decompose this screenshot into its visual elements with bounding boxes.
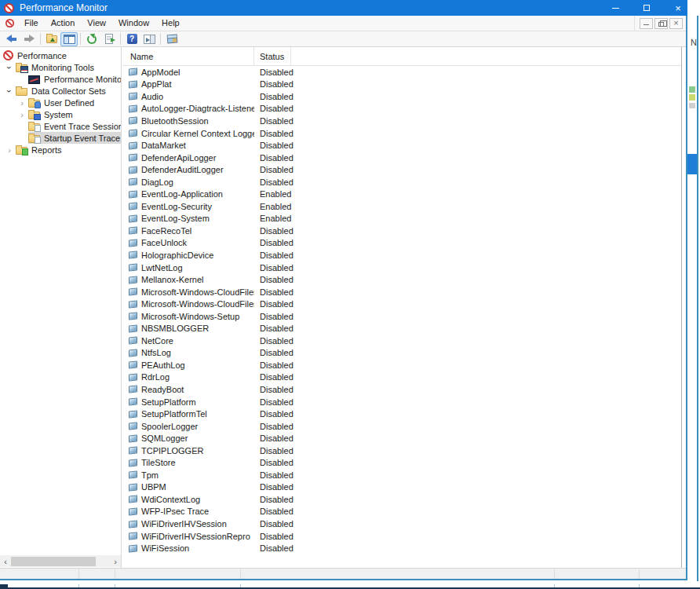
list-row-peauthlog[interactable]: PEAuthLogDisabled <box>122 359 681 371</box>
tree-item-user-defined[interactable]: ›User Defined <box>0 97 121 108</box>
list-row-microsoft-windows-setup[interactable]: Microsoft-Windows-SetupDisabled <box>122 310 681 323</box>
tree-horizontal-scrollbar[interactable]: ‹ › <box>0 555 121 567</box>
list-row-eventlog-application[interactable]: EventLog-ApplicationEnabled <box>122 188 681 200</box>
menu-item-window[interactable]: Window <box>112 16 155 31</box>
list-row-bluetoothsession[interactable]: BluetoothSessionDisabled <box>122 115 681 127</box>
chevron-collapsed-icon[interactable]: › <box>16 109 28 120</box>
list-row-setupplatformtel[interactable]: SetupPlatformTelDisabled <box>122 408 681 420</box>
export-list-button[interactable] <box>100 32 118 46</box>
list-row-readyboot[interactable]: ReadyBootDisabled <box>122 383 681 396</box>
menu-item-file[interactable]: File <box>18 16 45 31</box>
list-row-nbsmblogger[interactable]: NBSMBLOGGERDisabled <box>122 322 681 335</box>
row-name: FaceUnlock <box>141 238 187 247</box>
row-status: Disabled <box>254 434 293 443</box>
list-row-appplat[interactable]: AppPlatDisabled <box>122 79 681 91</box>
list-row-appmodel[interactable]: AppModelDisabled <box>122 66 681 79</box>
status-divider <box>639 569 640 579</box>
window-title: Performance Monitor <box>20 2 600 13</box>
scroll-left-button[interactable]: ‹ <box>0 555 11 567</box>
column-header-status[interactable]: Status <box>254 47 291 65</box>
list-row-mellanox-kernel[interactable]: Mellanox-KernelDisabled <box>122 273 681 286</box>
tree-item-reports[interactable]: ›Reports <box>0 144 121 155</box>
back-button[interactable] <box>3 32 20 46</box>
trace-session-icon <box>129 349 137 357</box>
list-row-eventlog-security[interactable]: EventLog-SecurityEnabled <box>122 200 681 213</box>
list-row-setupplatform[interactable]: SetupPlatformDisabled <box>122 396 681 408</box>
menu-item-action[interactable]: Action <box>45 16 82 31</box>
list-row-defenderapilogger[interactable]: DefenderApiLoggerDisabled <box>122 152 681 164</box>
list-row-ntfslog[interactable]: NtfsLogDisabled <box>122 347 681 360</box>
chevron-expanded-icon[interactable]: › <box>4 61 15 73</box>
list-row-tpm[interactable]: TpmDisabled <box>122 469 681 481</box>
minimize-icon <box>612 8 619 9</box>
list-row-ubpm[interactable]: UBPMDisabled <box>122 481 681 494</box>
tree-item-performance[interactable]: Performance <box>0 49 121 61</box>
list-row-netcore[interactable]: NetCoreDisabled <box>122 335 681 347</box>
tree-item-startup-event-trace-ses[interactable]: Startup Event Trace Ses <box>0 132 121 144</box>
tree-item-monitoring-tools[interactable]: ›Monitoring Tools <box>0 61 121 73</box>
mdi-close-button[interactable]: × <box>669 18 683 29</box>
list-row-tcpiplogger[interactable]: TCPIPLOGGERDisabled <box>122 444 681 457</box>
list-row-lwtnetlog[interactable]: LwtNetLogDisabled <box>122 262 681 274</box>
list-row-tilestore[interactable]: TileStoreDisabled <box>122 457 681 470</box>
mdi-restore-button[interactable] <box>654 18 668 29</box>
tree-item-event-trace-sessions[interactable]: Event Trace Sessions <box>0 120 121 132</box>
show-action-pane-button[interactable] <box>140 32 158 46</box>
column-header-name[interactable]: Name <box>122 47 254 65</box>
list-row-autologger-diagtrack-listener[interactable]: AutoLogger-Diagtrack-ListenerDisabled <box>122 103 681 115</box>
trace-session-icon <box>129 166 137 174</box>
perfmon-icon <box>3 50 13 60</box>
list-row-eventlog-system[interactable]: EventLog-SystemEnabled <box>122 213 681 225</box>
minimize-button[interactable] <box>600 0 631 16</box>
chevron-expanded-icon[interactable]: › <box>4 85 15 97</box>
list-row-wifidriverihvsession[interactable]: WiFiDriverIHVSessionDisabled <box>122 518 681 530</box>
scroll-thumb[interactable] <box>11 557 96 566</box>
list-row-audio[interactable]: AudioDisabled <box>122 90 681 103</box>
list-row-wifidriverihvsessionrepro[interactable]: WiFiDriverIHVSessionReproDisabled <box>122 530 681 543</box>
list-row-wdicontextlog[interactable]: WdiContextLogDisabled <box>122 493 681 506</box>
list-row-faceunlock[interactable]: FaceUnlockDisabled <box>122 237 681 250</box>
chevron-collapsed-icon[interactable]: › <box>16 97 28 108</box>
list-row-defenderauditlogger[interactable]: DefenderAuditLoggerDisabled <box>122 163 681 176</box>
menu-items: FileActionViewWindowHelp <box>18 16 186 31</box>
refresh-button[interactable] <box>83 32 100 46</box>
row-name-cell: NtfsLog <box>122 348 254 357</box>
list-row-microsoft-windows-cloudfiles[interactable]: Microsoft-Windows-CloudFiles...Disabled <box>122 286 681 298</box>
list-row-wifisession[interactable]: WiFiSessionDisabled <box>122 542 681 554</box>
up-one-level-button[interactable] <box>43 32 60 46</box>
row-name-cell: Microsoft-Windows-Setup <box>122 312 254 321</box>
list-row-microsoft-windows-cloudfiles[interactable]: Microsoft-Windows-CloudFiles...Disabled <box>122 298 681 310</box>
mdi-minimize-button[interactable] <box>640 18 653 29</box>
tree-item-data-collector-sets[interactable]: ›Data Collector Sets <box>0 85 121 97</box>
new-window-button[interactable] <box>163 32 180 46</box>
row-name: NetCore <box>141 336 173 346</box>
list-row-rdrlog[interactable]: RdrLogDisabled <box>122 371 681 384</box>
list-row-wfp-ipsec-trace[interactable]: WFP-IPsec TraceDisabled <box>122 506 681 518</box>
maximize-button[interactable] <box>631 0 662 16</box>
row-name-cell: AutoLogger-Diagtrack-Listener <box>122 104 254 113</box>
help-button[interactable] <box>123 32 140 46</box>
list-row-spoolerlogger[interactable]: SpoolerLoggerDisabled <box>122 420 681 433</box>
trace-session-icon <box>129 459 137 466</box>
row-status: Disabled <box>254 470 293 480</box>
list-row-holographicdevice[interactable]: HolographicDeviceDisabled <box>122 249 681 262</box>
tree-item-system[interactable]: ›System <box>0 108 121 120</box>
menu-item-view[interactable]: View <box>81 16 112 31</box>
status-bar <box>0 568 686 579</box>
scroll-right-button[interactable]: › <box>110 555 121 567</box>
list-row-sqmlogger[interactable]: SQMLoggerDisabled <box>122 432 681 444</box>
list-row-diaglog[interactable]: DiagLogDisabled <box>122 176 681 188</box>
screen: Performance Monitor × FileActionViewWind… <box>0 0 700 589</box>
list-row-facerecotel[interactable]: FaceRecoTelDisabled <box>122 225 681 237</box>
row-name-cell: WFP-IPsec Trace <box>122 507 254 516</box>
show-console-tree-button[interactable] <box>60 32 78 46</box>
tree-item-performance-monitor[interactable]: Performance Monitor <box>0 73 121 85</box>
forward-button[interactable] <box>20 32 38 46</box>
menu-item-help[interactable]: Help <box>155 16 186 31</box>
row-name-cell: EventLog-Application <box>122 189 254 199</box>
list-row-datamarket[interactable]: DataMarketDisabled <box>122 139 681 152</box>
row-status: Disabled <box>254 141 293 150</box>
list-row-circular-kernel-context-logger[interactable]: Circular Kernel Context LoggerDisabled <box>122 127 681 140</box>
toolbar-separator <box>40 33 41 45</box>
chevron-collapsed-icon[interactable]: › <box>3 145 16 155</box>
